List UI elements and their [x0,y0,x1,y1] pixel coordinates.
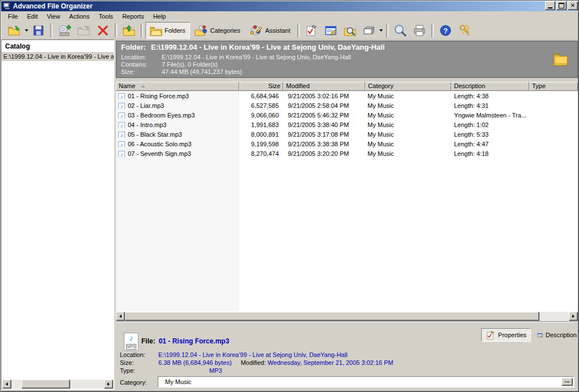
location-row: Location:E:\1999.12.04 - Live in Korea'9… [120,351,347,358]
folder-info-label: Contains: [121,61,162,68]
category-browse-button[interactable]: ... [561,378,573,386]
file-size: 9,066,060 [239,112,283,119]
file-details-panel: ♪ MP3 File:01 - Rising Force.mp3 Propert… [116,321,578,391]
menu-item[interactable]: Help [149,12,171,21]
table-row[interactable]: ♪02 - Liar.mp3 6,527,585 9/21/2005 2:58:… [116,101,578,110]
search-folder-icon [343,24,357,37]
license-keys-button[interactable] [455,22,474,39]
add-disk-button[interactable] [55,22,74,39]
minimize-button[interactable] [545,1,555,10]
table-row[interactable]: ♪07 - Seventh Sign.mp3 8,270,474 9/21/20… [116,149,578,158]
file-description: Length: 5:33 [451,131,529,138]
properties-button[interactable]: Properties [481,328,531,342]
catalog-horizontal-scrollbar[interactable] [2,380,113,389]
open-button[interactable] [5,22,24,39]
size-row: Size:6.38 MB (6,684,946 bytes)Modified: … [120,359,394,366]
folder-up-button[interactable] [119,22,139,39]
assistant-view-button[interactable]: Assistant [245,22,295,39]
file-modified: 9/21/2005 3:38:40 PM [283,121,365,128]
open-folder-icon [7,24,21,37]
column-header[interactable]: Type [529,82,578,91]
views-dropdown-caret[interactable] [379,23,384,38]
file-label: File: [141,337,155,345]
music-note-icon: ♪ [118,122,125,128]
category-label: Category: [120,379,147,386]
file-list: ♪01 - Rising Force.mp3 6,684,946 9/21/20… [116,91,578,312]
file-category: My Music [365,150,451,157]
folders-view-button[interactable]: Folders [145,22,190,39]
printer-icon [413,24,426,37]
menu-item[interactable]: Reports [118,12,149,21]
folder-info-header: Folder:E:\1999.12.04 - Live in Korea'99 … [116,41,578,78]
import-button[interactable] [74,22,93,39]
music-note-icon: ♪ [118,141,125,147]
search-folder-button[interactable] [340,22,360,39]
svg-text:?: ? [443,26,448,34]
column-header[interactable]: Size [239,82,283,91]
menu-item[interactable]: Edit [23,12,42,21]
column-header[interactable]: Name [116,82,239,91]
sort-asc-icon [141,85,145,88]
menu-item[interactable]: Actions [64,12,94,21]
folder-info-value: 47.44 MB (49,741,237 bytes) [162,68,242,76]
edit-description-button[interactable] [321,22,340,39]
table-row[interactable]: ♪06 - Acoustic Solo.mp3 9,199,598 9/21/2… [116,139,578,149]
description-button-label: Description [546,332,577,338]
file-modified: 9/21/2005 5:46:32 PM [283,112,365,119]
scrollbar-thumb[interactable] [21,380,70,389]
category-field[interactable]: My Music ... [158,376,574,387]
todo-check-button[interactable] [302,22,321,39]
table-row[interactable]: ♪05 - Black Star.mp3 8,000,891 9/21/2005… [116,129,578,139]
folder-path: E:\1999.12.04 - Live in Korea'99 - Live … [151,43,384,51]
toolbar-separator [115,24,117,37]
restore-button[interactable] [556,1,567,10]
music-note-icon: ♪ [124,333,138,342]
views-button[interactable] [360,22,379,39]
scrollbar-thumb[interactable] [125,312,539,321]
folder-title-line: Folder:E:\1999.12.04 - Live in Korea'99 … [121,43,384,51]
file-name: 01 - Rising Force.mp3 [128,93,189,99]
mp3-badge: MP3 [126,344,136,350]
chevron-down-icon [379,29,383,32]
scroll-right-button[interactable] [104,380,113,389]
file-size: 8,000,891 [239,131,283,138]
keys-icon [458,24,472,37]
zoom-button[interactable] [391,22,410,39]
toolbar-separator [297,24,300,37]
catalog-tree: E:\1999.12.04 - Live in Korea'99 - Live … [2,52,114,61]
delete-button[interactable] [93,22,113,39]
open-dropdown-caret[interactable] [24,23,29,38]
properties-icon [486,330,495,340]
table-row[interactable]: ♪01 - Rising Force.mp3 6,684,946 9/21/20… [116,91,578,101]
menu-item[interactable]: Tools [94,12,118,21]
file-name: 04 - Intro.mp3 [128,121,166,128]
print-button[interactable] [410,22,429,39]
scroll-left-button[interactable] [2,380,11,389]
todo-check-icon [305,24,318,37]
menu-item[interactable]: File [3,12,23,21]
close-button[interactable]: ✕ [568,1,578,10]
table-row[interactable]: ♪04 - Intro.mp3 1,991,683 9/21/2005 3:38… [116,120,578,129]
folder-info-value: 7 File(s), 0 Folder(s) [162,61,218,68]
list-horizontal-scrollbar[interactable] [116,312,578,321]
catalog-title: Catalog [2,40,114,52]
column-header[interactable]: Modified [283,82,365,91]
folder-info-row: Contains: 7 File(s), 0 Folder(s) [121,61,351,68]
table-row[interactable]: ♪03 - Bedroom Eyes.mp3 9,066,060 9/21/20… [116,110,578,120]
scroll-left-button[interactable] [116,312,125,321]
scroll-right-button[interactable] [569,312,578,321]
file-description: Length: 4:38 [451,93,529,99]
save-button[interactable] [29,22,48,39]
music-note-icon: ♪ [118,112,125,119]
folder-label: Folder: [121,43,146,51]
column-header[interactable]: Description [451,82,529,91]
description-button[interactable]: Description [533,328,579,342]
catalog-tree-item[interactable]: E:\1999.12.04 - Live in Korea'99 - Live … [2,52,114,61]
file-description: Length: 1:02 [451,121,529,128]
categories-view-button[interactable]: Categories [190,22,245,39]
column-header[interactable]: Category [365,82,451,91]
folder-info-value: E:\1999.12.04 - Live in Korea'99 - Live … [162,54,351,61]
help-button[interactable]: ? [436,22,455,39]
folder-info-rows: Location: E:\1999.12.04 - Live in Korea'… [121,54,351,76]
menu-item[interactable]: View [42,12,65,21]
